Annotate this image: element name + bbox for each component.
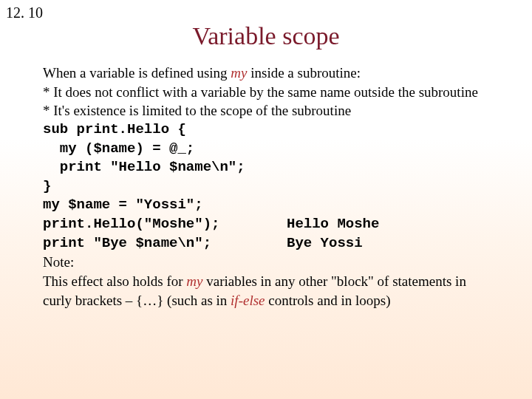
note-label: Note: [43,253,510,272]
keyword-if-else: if-else [231,293,265,308]
intro-line-1-pre: When a variable is defined using [43,65,231,81]
intro-line-1: When a variable is defined using my insi… [43,64,510,83]
code-line-7: print "Bye $name\n"; [43,234,287,253]
output-line-1: Hello Moshe [287,215,379,234]
note-line-2-post: variables in any other "block" of statem… [203,273,466,289]
note-line-2: This effect also holds for my variables … [43,272,510,291]
note-line-3: curly brackets – {…} (such as in if-else… [43,291,510,310]
code-line-4: } [43,177,510,197]
intro-line-1-post: inside a subroutine: [247,65,361,81]
code-row-6: print.Hello("Moshe"); Hello Moshe [43,215,510,234]
intro-bullet-1: * It does not conflict with a variable b… [43,83,510,102]
code-line-6: print.Hello("Moshe"); [43,215,287,234]
slide-title: Variable scope [0,22,532,50]
keyword-my: my [231,65,247,81]
code-line-1: sub print.Hello { [43,120,510,140]
slide-content: When a variable is defined using my insi… [43,64,510,310]
code-row-7: print "Bye $name\n"; Bye Yossi [43,234,510,253]
intro-bullet-2: * It's existence is limited to the scope… [43,101,510,120]
output-line-2: Bye Yossi [287,234,363,253]
note-line-3-post: controls and in loops) [265,293,391,308]
note-line-2-pre: This effect also holds for [43,273,186,289]
note-line-3-pre: curly brackets – {…} (such as in [43,293,231,308]
slide-number: 12. 10 [6,4,43,21]
code-line-3: print "Hello $name\n"; [43,158,510,177]
code-line-2: my ($name) = @_; [43,140,510,159]
code-line-5: my $name = "Yossi"; [43,196,510,215]
keyword-my-2: my [186,273,202,289]
